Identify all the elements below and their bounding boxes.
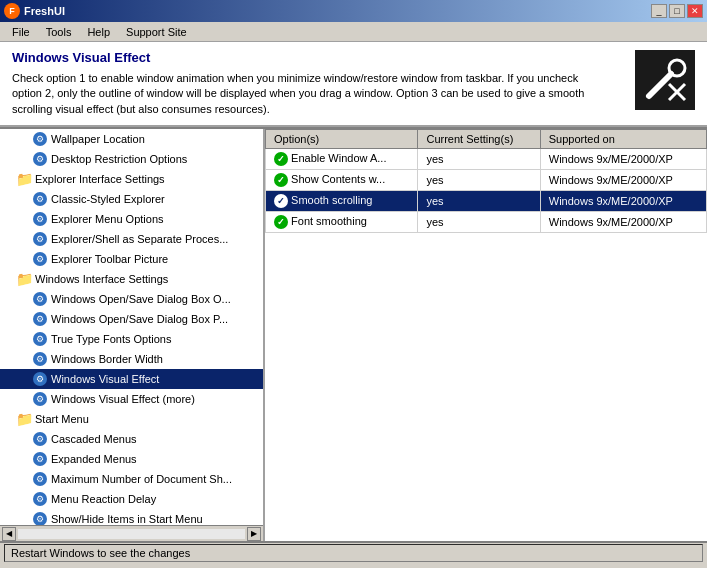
setting-cell: yes — [418, 149, 540, 170]
tree-item-desktop-restriction[interactable]: ⚙ Desktop Restriction Options — [0, 149, 263, 169]
folder-icon: 📁 — [16, 171, 32, 187]
tree-item-truetype[interactable]: ⚙ True Type Fonts Options — [0, 329, 263, 349]
scroll-track[interactable] — [18, 529, 245, 539]
gear-icon: ⚙ — [32, 131, 48, 147]
scroll-right-arrow[interactable]: ▶ — [247, 527, 261, 541]
tree-item-visual-effect-more[interactable]: ⚙ Windows Visual Effect (more) — [0, 389, 263, 409]
tree-item-wallpaper[interactable]: ⚙ Wallpaper Location — [0, 129, 263, 149]
options-panel: Option(s) Current Setting(s) Supported o… — [265, 129, 707, 541]
gear-icon: ⚙ — [32, 471, 48, 487]
gear-icon: ⚙ — [32, 331, 48, 347]
menu-file[interactable]: File — [4, 24, 38, 40]
tree-item-explorer-interface[interactable]: 📁 Explorer Interface Settings — [0, 169, 263, 189]
tree-horizontal-scrollbar[interactable]: ◀ ▶ — [0, 525, 263, 541]
gear-icon: ⚙ — [32, 291, 48, 307]
check-icon: ✓ — [274, 194, 288, 208]
minimize-button[interactable]: _ — [651, 4, 667, 18]
tree-item-explorer-toolbar[interactable]: ⚙ Explorer Toolbar Picture — [0, 249, 263, 269]
tree-item-show-hide-start[interactable]: ⚙ Show/Hide Items in Start Menu — [0, 509, 263, 525]
tree-item-max-docs[interactable]: ⚙ Maximum Number of Document Sh... — [0, 469, 263, 489]
status-message: Restart Windows to see the changes — [4, 544, 703, 562]
check-icon: ✓ — [274, 152, 288, 166]
gear-icon: ⚙ — [32, 311, 48, 327]
gear-icon: ⚙ — [32, 351, 48, 367]
option-cell: ✓ Show Contents w... — [266, 170, 418, 191]
app-icon: F — [4, 3, 20, 19]
gear-icon: ⚙ — [32, 211, 48, 227]
menu-help[interactable]: Help — [79, 24, 118, 40]
folder-icon: 📁 — [16, 271, 32, 287]
tree-item-visual-effect[interactable]: ⚙ Windows Visual Effect — [0, 369, 263, 389]
tree-item-explorer-menu[interactable]: ⚙ Explorer Menu Options — [0, 209, 263, 229]
tree-item-cascaded-menus[interactable]: ⚙ Cascaded Menus — [0, 429, 263, 449]
window-title: FreshUI — [24, 5, 65, 17]
gear-icon: ⚙ — [32, 431, 48, 447]
menu-bar: File Tools Help Support Site — [0, 22, 707, 42]
setting-cell: yes — [418, 191, 540, 212]
col-header-setting: Current Setting(s) — [418, 130, 540, 149]
tree-item-explorer-shell[interactable]: ⚙ Explorer/Shell as Separate Proces... — [0, 229, 263, 249]
gear-icon: ⚙ — [32, 511, 48, 525]
title-bar-left: F FreshUI — [4, 3, 65, 19]
table-row[interactable]: ✓ Smooth scrollingyesWindows 9x/ME/2000/… — [266, 191, 707, 212]
menu-tools[interactable]: Tools — [38, 24, 80, 40]
status-bar: Restart Windows to see the changes — [0, 541, 707, 563]
tree-panel: ⚙ Wallpaper Location ⚙ Desktop Restricti… — [0, 129, 265, 541]
tree-item-open-save-o[interactable]: ⚙ Windows Open/Save Dialog Box O... — [0, 289, 263, 309]
wrench-icon — [641, 56, 689, 104]
supported-cell: Windows 9x/ME/2000/XP — [540, 212, 706, 233]
gear-icon: ⚙ — [32, 491, 48, 507]
main-content: ⚙ Wallpaper Location ⚙ Desktop Restricti… — [0, 127, 707, 541]
setting-cell: yes — [418, 212, 540, 233]
gear-icon: ⚙ — [32, 231, 48, 247]
check-icon: ✓ — [274, 215, 288, 229]
gear-icon: ⚙ — [32, 391, 48, 407]
close-button[interactable]: ✕ — [687, 4, 703, 18]
page-title: Windows Visual Effect — [12, 50, 625, 65]
gear-icon: ⚙ — [32, 151, 48, 167]
tree-item-open-save-p[interactable]: ⚙ Windows Open/Save Dialog Box P... — [0, 309, 263, 329]
col-header-option: Option(s) — [266, 130, 418, 149]
tree-item-menu-delay[interactable]: ⚙ Menu Reaction Delay — [0, 489, 263, 509]
tree-item-classic-explorer[interactable]: ⚙ Classic-Styled Explorer — [0, 189, 263, 209]
svg-line-2 — [649, 74, 671, 96]
option-cell: ✓ Smooth scrolling — [266, 191, 418, 212]
tree-item-windows-interface[interactable]: 📁 Windows Interface Settings — [0, 269, 263, 289]
gear-icon: ⚙ — [32, 371, 48, 387]
supported-cell: Windows 9x/ME/2000/XP — [540, 149, 706, 170]
option-cell: ✓ Enable Window A... — [266, 149, 418, 170]
options-table: Option(s) Current Setting(s) Supported o… — [265, 129, 707, 233]
gear-icon: ⚙ — [32, 451, 48, 467]
supported-cell: Windows 9x/ME/2000/XP — [540, 191, 706, 212]
col-header-supported: Supported on — [540, 130, 706, 149]
setting-cell: yes — [418, 170, 540, 191]
title-buttons: _ □ ✕ — [651, 4, 703, 18]
option-cell: ✓ Font smoothing — [266, 212, 418, 233]
table-row[interactable]: ✓ Font smoothingyesWindows 9x/ME/2000/XP — [266, 212, 707, 233]
tree-item-expanded-menus[interactable]: ⚙ Expanded Menus — [0, 449, 263, 469]
menu-support[interactable]: Support Site — [118, 24, 195, 40]
header-text: Windows Visual Effect Check option 1 to … — [12, 50, 625, 117]
header-icon — [635, 50, 695, 110]
scroll-left-arrow[interactable]: ◀ — [2, 527, 16, 541]
tree-item-start-menu[interactable]: 📁 Start Menu — [0, 409, 263, 429]
supported-cell: Windows 9x/ME/2000/XP — [540, 170, 706, 191]
tree-item-border-width[interactable]: ⚙ Windows Border Width — [0, 349, 263, 369]
gear-icon: ⚙ — [32, 191, 48, 207]
gear-icon: ⚙ — [32, 251, 48, 267]
check-icon: ✓ — [274, 173, 288, 187]
table-row[interactable]: ✓ Show Contents w...yesWindows 9x/ME/200… — [266, 170, 707, 191]
tree-scroll[interactable]: ⚙ Wallpaper Location ⚙ Desktop Restricti… — [0, 129, 263, 525]
folder-icon: 📁 — [16, 411, 32, 427]
header-section: Windows Visual Effect Check option 1 to … — [0, 42, 707, 127]
table-row[interactable]: ✓ Enable Window A...yesWindows 9x/ME/200… — [266, 149, 707, 170]
header-description: Check option 1 to enable window animatio… — [12, 71, 592, 117]
maximize-button[interactable]: □ — [669, 4, 685, 18]
title-bar: F FreshUI _ □ ✕ — [0, 0, 707, 22]
